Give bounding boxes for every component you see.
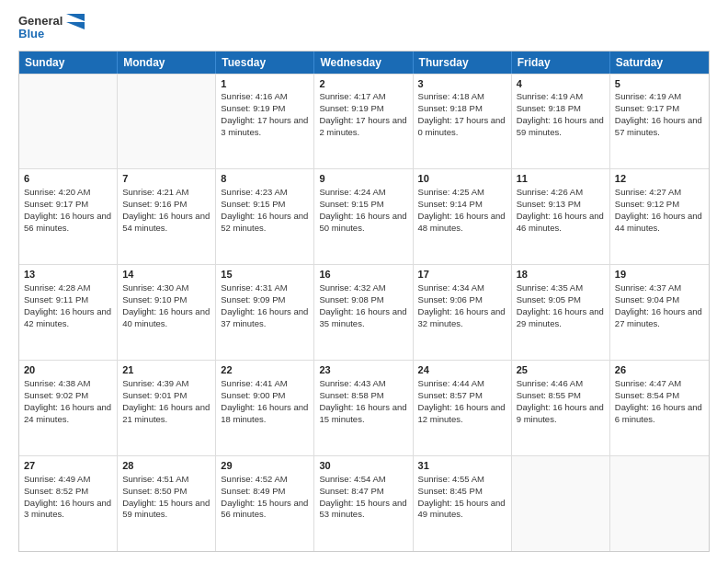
sunset-text: Sunset: 9:17 PM [24,199,112,211]
sunset-text: Sunset: 9:10 PM [122,294,210,306]
sunset-text: Sunset: 8:47 PM [319,486,407,498]
cal-cell: 15Sunrise: 4:31 AMSunset: 9:09 PMDayligh… [216,265,314,360]
sunset-text: Sunset: 9:19 PM [319,103,407,115]
logo-general: General [18,15,63,28]
logo-graphic: General Blue [18,15,63,41]
day-number: 7 [122,172,210,186]
daylight-text: Daylight: 16 hours and 3 minutes. [24,498,112,522]
cal-cell: 9Sunrise: 4:24 AMSunset: 9:15 PMDaylight… [314,169,413,264]
sunset-text: Sunset: 9:18 PM [418,103,506,115]
daylight-text: Daylight: 17 hours and 0 minutes. [418,115,506,139]
cal-cell [118,75,216,169]
sunset-text: Sunset: 9:01 PM [122,390,210,402]
cal-cell: 17Sunrise: 4:34 AMSunset: 9:06 PMDayligh… [414,265,512,360]
sunrise-text: Sunrise: 4:31 AM [221,282,309,294]
day-number: 19 [615,268,704,282]
daylight-text: Daylight: 16 hours and 57 minutes. [615,115,704,139]
sunrise-text: Sunrise: 4:37 AM [615,282,704,294]
daylight-text: Daylight: 16 hours and 27 minutes. [615,306,704,330]
sunset-text: Sunset: 9:06 PM [418,294,506,306]
day-number: 24 [418,363,506,377]
sunrise-text: Sunrise: 4:16 AM [221,91,309,103]
day-number: 2 [319,77,407,91]
sunrise-text: Sunrise: 4:44 AM [418,378,506,390]
sunset-text: Sunset: 9:00 PM [221,390,309,402]
day-number: 31 [418,459,506,473]
sunrise-text: Sunrise: 4:20 AM [24,187,112,199]
day-number: 6 [24,172,112,186]
cal-cell: 30Sunrise: 4:54 AMSunset: 8:47 PMDayligh… [314,456,413,551]
sunrise-text: Sunrise: 4:51 AM [122,474,210,486]
sunrise-text: Sunrise: 4:43 AM [319,378,407,390]
daylight-text: Daylight: 17 hours and 2 minutes. [319,115,407,139]
cal-cell: 31Sunrise: 4:55 AMSunset: 8:45 PMDayligh… [414,456,512,551]
daylight-text: Daylight: 16 hours and 54 minutes. [122,211,210,235]
sunrise-text: Sunrise: 4:49 AM [24,474,112,486]
cal-cell: 13Sunrise: 4:28 AMSunset: 9:11 PMDayligh… [19,265,118,360]
cal-header-sunday: Sunday [19,52,118,74]
sunrise-text: Sunrise: 4:35 AM [517,282,605,294]
daylight-text: Daylight: 16 hours and 50 minutes. [319,211,407,235]
sunrise-text: Sunrise: 4:30 AM [122,282,210,294]
sunset-text: Sunset: 9:09 PM [221,294,309,306]
sunrise-text: Sunrise: 4:27 AM [615,187,704,199]
cal-cell: 10Sunrise: 4:25 AMSunset: 9:14 PMDayligh… [414,169,512,264]
day-number: 28 [122,459,210,473]
daylight-text: Daylight: 16 hours and 59 minutes. [517,115,605,139]
sunset-text: Sunset: 8:52 PM [24,486,112,498]
cal-header-friday: Friday [512,52,610,74]
sunset-text: Sunset: 9:15 PM [221,199,309,211]
day-number: 30 [319,459,407,473]
sunset-text: Sunset: 9:18 PM [517,103,605,115]
sunset-text: Sunset: 9:12 PM [615,199,704,211]
daylight-text: Daylight: 16 hours and 21 minutes. [122,402,210,426]
sunset-text: Sunset: 9:16 PM [122,199,210,211]
cal-cell: 1Sunrise: 4:16 AMSunset: 9:19 PMDaylight… [216,75,314,169]
cal-cell [610,456,709,551]
cal-header-wednesday: Wednesday [314,52,413,74]
cal-cell: 22Sunrise: 4:41 AMSunset: 9:00 PMDayligh… [216,361,314,455]
daylight-text: Daylight: 17 hours and 3 minutes. [221,115,309,139]
daylight-text: Daylight: 16 hours and 15 minutes. [319,402,407,426]
sunrise-text: Sunrise: 4:26 AM [517,187,605,199]
cal-header-saturday: Saturday [610,52,709,74]
day-number: 26 [615,363,704,377]
cal-cell: 19Sunrise: 4:37 AMSunset: 9:04 PMDayligh… [610,265,709,360]
day-number: 14 [122,268,210,282]
day-number: 5 [615,77,704,91]
cal-cell: 21Sunrise: 4:39 AMSunset: 9:01 PMDayligh… [118,361,216,455]
sunrise-text: Sunrise: 4:28 AM [24,282,112,294]
day-number: 25 [517,363,605,377]
day-number: 21 [122,363,210,377]
page: General Blue SundayMondayTuesdayWednesda… [0,0,728,563]
daylight-text: Daylight: 16 hours and 12 minutes. [418,402,506,426]
sunrise-text: Sunrise: 4:34 AM [418,282,506,294]
svg-marker-0 [66,14,85,21]
header: General Blue [18,15,710,41]
cal-cell: 23Sunrise: 4:43 AMSunset: 8:58 PMDayligh… [314,361,413,455]
sunrise-text: Sunrise: 4:38 AM [24,378,112,390]
cal-week-1: 1Sunrise: 4:16 AMSunset: 9:19 PMDaylight… [19,74,709,169]
sunset-text: Sunset: 8:57 PM [418,390,506,402]
daylight-text: Daylight: 16 hours and 44 minutes. [615,211,704,235]
cal-week-2: 6Sunrise: 4:20 AMSunset: 9:17 PMDaylight… [19,168,709,264]
cal-cell: 4Sunrise: 4:19 AMSunset: 9:18 PMDaylight… [512,75,610,169]
sunrise-text: Sunrise: 4:41 AM [221,378,309,390]
daylight-text: Daylight: 15 hours and 49 minutes. [418,498,506,522]
daylight-text: Daylight: 15 hours and 56 minutes. [221,498,309,522]
cal-cell: 20Sunrise: 4:38 AMSunset: 9:02 PMDayligh… [19,361,118,455]
day-number: 20 [24,363,112,377]
sunset-text: Sunset: 9:11 PM [24,294,112,306]
cal-cell: 16Sunrise: 4:32 AMSunset: 9:08 PMDayligh… [314,265,413,360]
cal-cell: 26Sunrise: 4:47 AMSunset: 8:54 PMDayligh… [610,361,709,455]
daylight-text: Daylight: 16 hours and 37 minutes. [221,306,309,330]
sunset-text: Sunset: 9:08 PM [319,294,407,306]
sunset-text: Sunset: 9:05 PM [517,294,605,306]
daylight-text: Daylight: 16 hours and 52 minutes. [221,211,309,235]
cal-cell: 27Sunrise: 4:49 AMSunset: 8:52 PMDayligh… [19,456,118,551]
sunrise-text: Sunrise: 4:55 AM [418,474,506,486]
sunset-text: Sunset: 9:14 PM [418,199,506,211]
sunset-text: Sunset: 9:13 PM [517,199,605,211]
cal-cell: 8Sunrise: 4:23 AMSunset: 9:15 PMDaylight… [216,169,314,264]
sunrise-text: Sunrise: 4:47 AM [615,378,704,390]
